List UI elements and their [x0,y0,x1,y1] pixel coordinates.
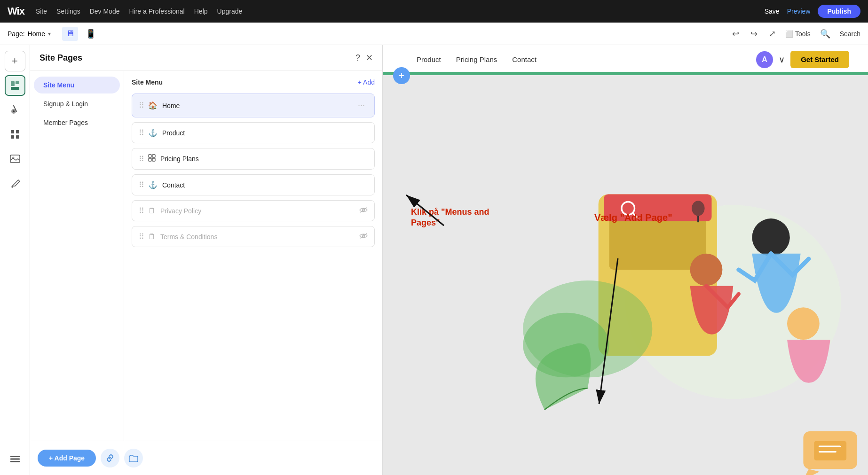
svg-rect-13 [10,461,20,462]
section-title: Site Menu [132,78,163,86]
website-nav-product[interactable]: Product [417,55,441,63]
page-item-product[interactable]: ⠿ ⚓ Product [132,122,375,143]
page-item-pricing-plans[interactable]: ⠿ Pricing Plans [132,148,375,170]
hire-professional-menu-item[interactable]: Hire a Professional [129,8,184,15]
svg-rect-15 [152,155,155,157]
svg-rect-17 [152,158,155,161]
layers-button[interactable] [5,449,25,469]
top-bar-nav: Site Settings Dev Mode Hire a Profession… [36,8,242,15]
add-link-button[interactable] [101,449,119,467]
page-name-home: Home [162,102,355,109]
add-page-button[interactable]: + Add Page [38,450,96,467]
preview-button[interactable]: Preview [787,8,811,15]
undo-button[interactable]: ↩ [730,27,741,41]
tools-icon: ⬜ [785,30,793,38]
chevron-down-icon: ▾ [48,31,51,37]
svg-point-30 [752,218,789,256]
website-nav-pricing[interactable]: Pricing Plans [456,55,497,63]
save-button[interactable]: Save [765,8,780,15]
second-bar-right: ↩ ↪ ⤢ ⬜ Tools 🔍 Search [730,27,860,41]
drag-handle-icon: ⠿ [139,180,144,189]
wix-logo: Wix [8,5,24,17]
svg-point-31 [690,254,723,286]
tools-label: Tools [795,30,811,38]
panel-title: Site Pages [39,53,82,63]
panel-right-header: Site Menu + Add [132,78,375,86]
svg-rect-0 [11,81,15,86]
page-menu-button-home[interactable]: ··· [355,100,368,111]
page-item-home[interactable]: ⠿ 🏠 Home ··· [132,93,375,117]
green-accent-bar [383,72,868,74]
page-item-contact[interactable]: ⠿ ⚓ Contact [132,174,375,195]
settings-menu-item[interactable]: Settings [56,8,80,15]
design-button[interactable] [5,100,25,120]
close-icon-button[interactable]: ✕ [366,53,373,63]
svg-point-32 [787,307,820,340]
home-page-icon: 🏠 [148,101,158,110]
panel-bottom: + Add Page [30,441,382,475]
add-page-circle-button[interactable]: + [393,67,410,84]
hidden-icon [359,207,368,215]
page-item-privacy-policy[interactable]: ⠿ 🗒 Privacy Policy [132,200,375,221]
main-layout: + [0,45,868,475]
member-pages-nav-item[interactable]: Member Pages [34,114,120,131]
media-button[interactable] [5,148,25,169]
terms-conditions-page-icon: 🗒 [148,233,156,241]
svg-rect-12 [10,459,20,460]
svg-rect-11 [10,456,20,457]
drag-handle-icon: ⠿ [139,155,144,164]
search-label[interactable]: Search [840,30,860,38]
fit-to-screen-button[interactable]: ⤢ [767,27,778,41]
page-label: Page: [8,30,25,38]
page-selector[interactable]: Page: Home ▾ [8,30,51,38]
pages-button[interactable] [5,75,25,96]
site-menu-nav-item[interactable]: Site Menu [34,77,120,93]
svg-rect-5 [11,130,14,133]
website-nav-contact[interactable]: Contact [512,55,537,63]
drag-handle-icon: ⠿ [139,128,144,137]
apps-button[interactable] [5,124,25,145]
left-sidebar: + [0,45,30,475]
add-page-link-button[interactable]: + Add [358,78,375,86]
add-folder-button[interactable] [124,449,143,467]
nav-chevron-icon: ∨ [779,55,785,65]
svg-rect-16 [149,158,151,161]
contact-page-icon: ⚓ [148,180,158,189]
svg-rect-7 [11,135,14,139]
publish-button[interactable]: Publish [818,5,860,18]
canvas-area: + Product Pricing Plans Contact A ∨ Get … [383,45,868,475]
svg-point-4 [13,110,15,112]
search-icon-button[interactable]: 🔍 [818,27,832,41]
panel-left-nav: Site Menu Signup & Login Member Pages [30,71,124,441]
page-name: Home [28,30,45,38]
pen-button[interactable] [5,173,25,194]
add-elements-button[interactable]: + [5,51,25,71]
page-item-terms-conditions[interactable]: ⠿ 🗒 Terms & Conditions [132,226,375,247]
help-icon-button[interactable]: ? [355,53,360,63]
panel-body: Site Menu Signup & Login Member Pages Si… [30,71,382,441]
svg-point-24 [692,201,705,216]
desktop-view-button[interactable]: 🖥 [62,27,78,41]
page-name-pricing-plans: Pricing Plans [160,155,368,163]
page-name-contact: Contact [162,181,368,189]
page-name-product: Product [162,129,368,137]
tools-button[interactable]: ⬜ Tools [785,30,811,38]
site-pages-panel: Site Pages ? ✕ Site Menu Signup & Login … [30,45,383,475]
avatar: A [756,51,773,68]
privacy-policy-page-icon: 🗒 [148,207,156,215]
site-menu-item[interactable]: Site [36,8,47,15]
mobile-view-button[interactable]: 📱 [82,27,100,41]
redo-button[interactable]: ↪ [749,27,759,41]
help-menu-item[interactable]: Help [194,8,208,15]
get-started-button[interactable]: Get Started [790,51,849,68]
second-bar: Page: Home ▾ 🖥 📱 ↩ ↪ ⤢ ⬜ Tools 🔍 Search [0,23,868,45]
dev-mode-menu-item[interactable]: Dev Mode [90,8,120,15]
upgrade-link[interactable]: Upgrade [217,8,243,15]
signup-login-nav-item[interactable]: Signup & Login [34,95,120,112]
panel-header-icons: ? ✕ [355,53,373,63]
svg-rect-2 [11,87,19,90]
illustration [383,75,868,475]
svg-rect-6 [16,130,19,133]
svg-rect-34 [814,441,846,460]
svg-rect-1 [16,81,19,84]
